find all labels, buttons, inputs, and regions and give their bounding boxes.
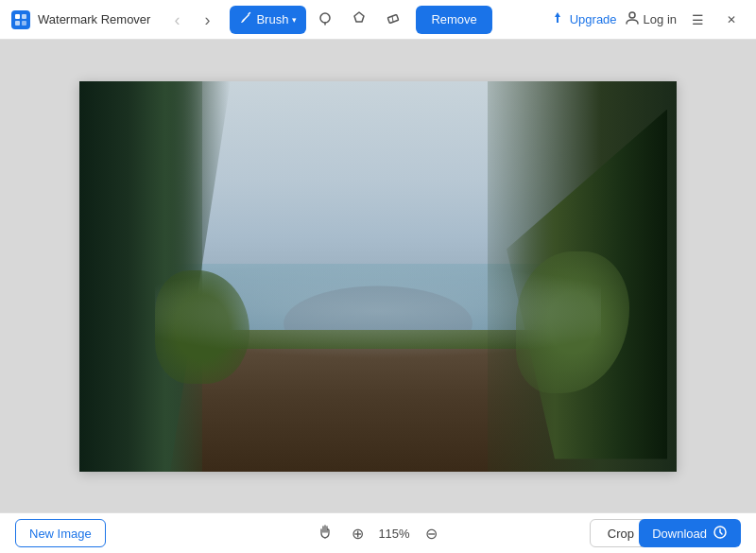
zoom-controls: ⊕ 115% ⊖ xyxy=(347,523,441,544)
zoom-level: 115% xyxy=(375,527,413,541)
eraser-icon xyxy=(386,10,401,28)
mist-overlay xyxy=(155,264,601,358)
svg-rect-3 xyxy=(22,21,26,26)
zoom-out-icon: ⊖ xyxy=(425,525,438,543)
svg-rect-2 xyxy=(15,21,20,26)
menu-icon: ☰ xyxy=(692,12,704,27)
hand-tool-button[interactable] xyxy=(315,523,335,544)
login-button[interactable]: Log in xyxy=(625,10,677,28)
title-bar: Watermark Remover ‹ › Brush ▾ xyxy=(0,0,756,40)
brush-icon xyxy=(239,11,252,27)
user-icon xyxy=(625,10,640,28)
svg-point-5 xyxy=(320,13,330,23)
back-icon: ‹ xyxy=(174,11,180,28)
close-button[interactable]: ✕ xyxy=(718,7,745,33)
upgrade-button[interactable]: Upgrade xyxy=(550,10,617,28)
zoom-in-button[interactable]: ⊕ xyxy=(347,523,368,544)
menu-button[interactable]: ☰ xyxy=(684,7,711,33)
canvas-area xyxy=(0,40,756,512)
forward-icon: › xyxy=(204,11,210,28)
brush-tool-button[interactable]: Brush ▾ xyxy=(230,6,306,34)
hand-icon xyxy=(318,525,333,543)
zoom-in-icon: ⊕ xyxy=(352,525,364,543)
download-label: Download xyxy=(652,527,707,541)
close-icon: ✕ xyxy=(727,13,736,26)
remove-button[interactable]: Remove xyxy=(416,6,491,34)
brush-chevron-icon: ▾ xyxy=(292,15,297,25)
svg-line-4 xyxy=(249,13,250,15)
polygon-tool-button[interactable] xyxy=(344,6,374,34)
new-image-button[interactable]: New Image xyxy=(15,519,106,547)
polygon-icon xyxy=(352,10,367,28)
login-label: Log in xyxy=(644,12,677,26)
svg-rect-0 xyxy=(15,14,20,19)
toolbar-tools: Brush ▾ xyxy=(230,6,491,34)
upgrade-icon xyxy=(550,10,565,28)
photo-canvas xyxy=(79,81,677,472)
lasso-icon xyxy=(318,10,333,28)
svg-rect-1 xyxy=(22,14,26,19)
forward-button[interactable]: › xyxy=(196,9,218,31)
download-button[interactable]: Download xyxy=(639,519,741,547)
download-clock-icon xyxy=(713,525,728,543)
app-title: Watermark Remover xyxy=(38,12,150,26)
eraser-tool-button[interactable] xyxy=(378,6,408,34)
title-bar-right: Upgrade Log in ☰ ✕ xyxy=(550,7,745,33)
status-bar: ⊕ 115% ⊖ New Image Crop Download xyxy=(0,512,756,553)
app-logo xyxy=(11,10,30,29)
image-container[interactable] xyxy=(79,81,677,472)
brush-label: Brush xyxy=(256,12,288,26)
svg-point-8 xyxy=(629,12,635,18)
zoom-out-button[interactable]: ⊖ xyxy=(421,523,441,544)
back-button[interactable]: ‹ xyxy=(165,9,188,31)
upgrade-label: Upgrade xyxy=(570,12,617,26)
lasso-tool-button[interactable] xyxy=(310,6,340,34)
